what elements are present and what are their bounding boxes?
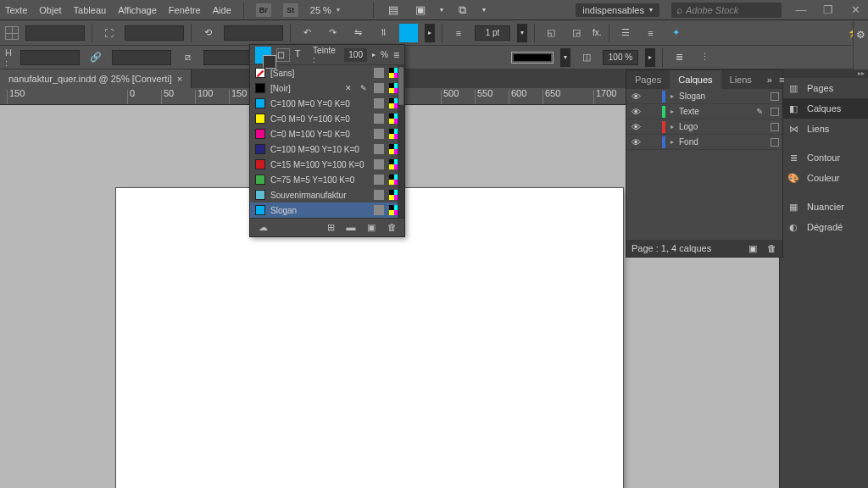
menu-aide[interactable]: Aide (213, 5, 231, 15)
swatch-row[interactable]: C=100 M=90 Y=10 K=0 (250, 141, 404, 157)
layer-select-proxy[interactable] (771, 123, 779, 131)
tabs-overflow-icon[interactable]: » (767, 75, 772, 85)
swatch-row[interactable]: Slogan (250, 202, 404, 218)
dock-collapse-icon[interactable]: ▸▸ (780, 69, 868, 78)
dock-item-nuancier[interactable]: ▦Nuancier (780, 197, 868, 217)
dock-item-couleur[interactable]: 🎨Couleur (780, 168, 868, 188)
redo-icon[interactable]: ↷ (323, 24, 342, 42)
layer-select-proxy[interactable] (771, 138, 779, 147)
document-tab[interactable]: nanufaktur_quer.indd @ 25% [Converti] × (0, 69, 192, 88)
align2-icon[interactable]: ≣ (670, 48, 688, 67)
swatches-menu-icon[interactable]: ≡ (393, 49, 399, 61)
folder-icon[interactable]: ▬ (345, 222, 357, 234)
layer-select-proxy[interactable] (771, 108, 779, 116)
align-left-icon[interactable]: ☰ (616, 24, 635, 42)
layer-row[interactable]: 👁 ▸ Fond (626, 135, 782, 150)
h-field[interactable] (20, 50, 80, 65)
menu-tableau[interactable]: Tableau (74, 5, 107, 15)
view-options-icon[interactable]: ▤ (386, 3, 401, 18)
angle-field[interactable] (224, 25, 283, 41)
visibility-icon[interactable]: 👁 (630, 137, 642, 147)
window-minimize-icon[interactable]: — (793, 3, 809, 16)
fill-swatch-menu[interactable]: ▸ (425, 24, 435, 42)
new-group-icon[interactable]: ⊞ (325, 222, 337, 234)
bridge-button[interactable]: Br (256, 3, 271, 17)
tab-calques[interactable]: Calques (670, 70, 721, 89)
swatch-row[interactable]: C=75 M=5 Y=100 K=0 (250, 172, 404, 187)
tab-pages[interactable]: Pages (626, 70, 670, 89)
visibility-icon[interactable]: 👁 (630, 122, 642, 132)
formatting-container-icon[interactable]: ◻ (276, 48, 289, 62)
swatch-row[interactable]: C=100 M=0 Y=0 K=0 (250, 96, 404, 111)
menu-affichage[interactable]: Affichage (118, 5, 157, 15)
window-close-icon[interactable]: ✕ (848, 3, 863, 16)
corner-icon[interactable]: ◱ (542, 24, 560, 42)
disclosure-icon[interactable]: ▸ (670, 92, 674, 100)
disclosure-icon[interactable]: ▸ (670, 108, 674, 115)
constrain-icon[interactable]: ⛶ (99, 24, 118, 42)
align-center-icon[interactable]: ≡ (642, 24, 660, 42)
visibility-icon[interactable]: 👁 (630, 92, 642, 102)
corner2-icon[interactable]: ◲ (567, 24, 586, 42)
h2-field[interactable] (112, 50, 171, 65)
fill-swatch[interactable] (399, 24, 418, 42)
text-wrap-icon[interactable]: ✦ (667, 24, 686, 42)
formatting-text-icon[interactable]: T (295, 48, 308, 62)
disclosure-icon[interactable]: ▸ (670, 123, 674, 130)
layer-row[interactable]: 👁 ▸ Texte ✎ (626, 104, 782, 119)
trash-icon[interactable]: 🗑 (386, 222, 398, 234)
stroke-weight-menu[interactable]: ▾ (517, 24, 527, 42)
stroke-style-menu[interactable]: ▾ (560, 48, 570, 67)
delete-layer-icon[interactable]: 🗑 (765, 243, 777, 253)
w-field[interactable] (125, 25, 184, 41)
swatch-row[interactable]: Souvenirmanufaktur (250, 187, 404, 202)
flip-v-icon[interactable]: ⥮ (374, 24, 392, 42)
disclosure-icon[interactable]: ▸ (670, 138, 674, 146)
rotate-icon[interactable]: ⟲ (198, 24, 217, 42)
layer-select-proxy[interactable] (771, 92, 779, 101)
tab-liens[interactable]: Liens (721, 70, 760, 89)
swatch-row[interactable]: C=0 M=0 Y=100 K=0 (250, 111, 404, 126)
stock-button[interactable]: St (283, 3, 298, 17)
stock-search-input[interactable]: Adobe Stock (671, 3, 782, 18)
undo-icon[interactable]: ↶ (298, 24, 316, 42)
menu-objet[interactable]: Objet (39, 5, 61, 15)
distribute-icon[interactable]: ⋮ (695, 48, 714, 67)
reference-point-icon[interactable] (5, 26, 19, 40)
opacity-menu[interactable]: ▸ (645, 48, 655, 67)
swatch-row[interactable]: C=15 M=100 Y=100 K=0 (250, 157, 404, 172)
dock-item-contour[interactable]: ≣Contour (780, 147, 868, 168)
new-layer-icon[interactable]: ▣ (747, 243, 759, 254)
arrange-icon[interactable]: ⧉ (455, 3, 470, 18)
flip-h-icon[interactable]: ⇋ (348, 24, 367, 42)
layer-row[interactable]: 👁 ▸ Logo (626, 119, 782, 135)
menu-fenetre[interactable]: Fenêtre (169, 5, 201, 15)
link-icon[interactable]: 🔗 (86, 48, 105, 67)
x-field[interactable] (25, 25, 85, 41)
fill-stroke-proxy-icon[interactable] (255, 47, 271, 64)
zoom-level-dropdown[interactable]: 25 %▾ (310, 5, 361, 15)
dock-item-dégradé[interactable]: ◐Dégradé (780, 217, 868, 237)
stroke-style-preview[interactable] (511, 52, 554, 64)
close-tab-icon[interactable]: × (177, 74, 182, 84)
screen-mode-icon[interactable]: ▣ (413, 3, 428, 18)
teinte-stepper-icon[interactable]: ▸ (372, 51, 376, 58)
cloud-icon[interactable]: ☁ (257, 222, 269, 234)
stroke-weight-field[interactable]: 1 pt (475, 25, 510, 41)
panel-menu-icon[interactable]: ≡ (779, 75, 784, 85)
edge-flyout-icon[interactable]: ⚙ (856, 29, 865, 41)
window-restore-icon[interactable]: ❐ (821, 3, 836, 16)
fx-button[interactable]: fx. (593, 28, 602, 37)
swatch-row[interactable]: C=0 M=100 Y=0 K=0 (250, 126, 404, 141)
new-swatch-icon[interactable]: ▣ (365, 222, 377, 234)
opacity-field[interactable]: 100 % (603, 50, 638, 65)
workspace-switcher[interactable]: indispensables▾ (576, 3, 659, 17)
visibility-icon[interactable]: 👁 (630, 107, 642, 117)
dock-item-pages[interactable]: ▥Pages (780, 78, 868, 98)
teinte-field[interactable]: 100 (344, 48, 367, 62)
swatches-scrollbar[interactable] (398, 65, 404, 218)
layer-row[interactable]: 👁 ▸ Slogan (626, 89, 782, 104)
swatch-row[interactable]: [Noir]✕✎ (250, 80, 404, 96)
menu-texte[interactable]: Texte (5, 5, 27, 15)
dock-item-calques[interactable]: ◧Calques (780, 98, 868, 119)
